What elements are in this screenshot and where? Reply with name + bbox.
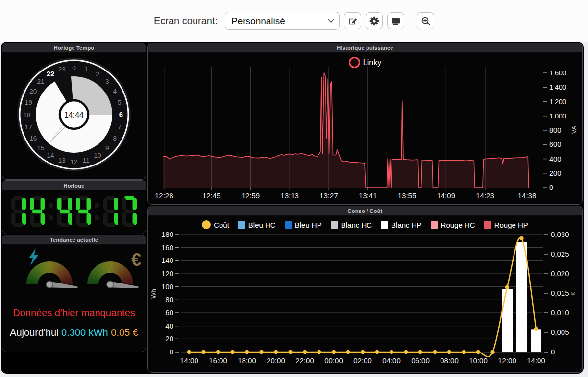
cost-point [259,350,263,354]
zoom-in-button[interactable] [417,12,434,29]
x-tick-label: 14:00 [180,356,198,365]
y-left-tick-label: 140 [161,256,173,264]
panel-horloge-tempo-title: Horloge Tempo [2,43,146,53]
cost-point [230,350,234,354]
panel-tendance-title: Tendance actuelle [2,235,146,245]
cost-point [519,236,523,240]
y-tick-label: 800 [549,126,561,134]
conso-bar [531,329,541,352]
svg-text:18: 18 [23,111,30,118]
display-button[interactable] [387,12,404,29]
cost-point [418,350,422,354]
y-tick-label: 1 400 [549,83,566,91]
cost-point [490,350,494,354]
y-tick-label: 1 200 [549,98,566,106]
x-tick-label: 12:00 [498,356,516,365]
chevron-down-icon [328,19,334,23]
y-axis-title: VA [570,125,578,134]
y-left-tick-label: 160 [161,243,173,252]
today-label: Aujourd'hui [10,327,58,338]
y-left-tick-label: 20 [165,334,173,343]
today-energy-value: 0.300 kWh [61,327,108,338]
today-cost-value: 0.05 € [111,327,138,338]
x-tick-label: 00:00 [324,356,343,365]
x-tick-label: 14:23 [476,191,494,200]
x-tick-label: 13:55 [398,191,416,200]
svg-text:17: 17 [25,123,32,131]
conso-chart: 02040608010012014016018000,0050,0100,015… [148,215,582,373]
svg-text:12: 12 [70,158,77,165]
x-tick-label: 16:00 [209,356,227,365]
digital-clock [2,190,146,234]
y-tick-label: 200 [549,169,561,177]
x-tick-label: 14:09 [437,191,455,200]
panel-horloge: Horloge [2,180,146,234]
cost-point [201,350,205,354]
x-tick-label: 08:00 [440,356,459,365]
cost-point [534,327,538,331]
conso-bar [502,289,513,352]
x-tick-label: 12:59 [242,191,260,200]
panel-conso-title: Conso / Coût [148,206,582,216]
x-tick-label: 04:00 [382,356,401,365]
panel-power-title: Historique puissance [148,43,582,53]
cost-point [447,350,451,354]
svg-text:13: 13 [58,157,66,164]
magnifier-plus-icon [421,16,431,26]
y-tick-label: 600 [549,141,561,148]
y-right-tick-label: 0,020 [551,269,569,278]
monitor-icon [391,16,401,26]
power-chart: 12:2812:4512:5913:1313:2713:4113:5514:09… [148,52,582,205]
svg-text:22: 22 [47,70,55,78]
tempo-time-label: 14:44 [64,111,84,119]
y-right-tick-label: 0,010 [551,308,569,317]
trend-gauges: € [2,244,146,313]
svg-text:2: 2 [96,71,99,78]
y-left-tick-label: 120 [161,269,173,278]
x-tick-label: 13:27 [319,191,338,200]
cost-point [390,350,393,354]
x-tick-label: 02:00 [353,356,372,365]
settings-button[interactable] [366,12,383,29]
cost-point [274,350,278,354]
cost-point [245,350,249,354]
x-tick-label: 18:00 [238,356,256,365]
today-summary: Aujourd'hui 0.300 kWh 0.05 € [2,327,146,338]
panel-conso-cout: Conso / Coût CoûtBleu HCBleu HPBlanc HCB… [147,206,583,373]
x-tick-label: 06:00 [411,356,430,365]
y-left-tick-label: 0 [170,348,173,356]
panel-historique-puissance: Historique puissance Linky 12:2812:4512:… [147,43,583,205]
y-right-tick-label: 0,015 [551,289,569,297]
y-left-tick-label: 100 [161,283,173,291]
toolbar: Ecran courant: Personnalisé [0,0,588,42]
cost-point [361,350,365,354]
y-right-axis-title: € [570,292,577,295]
svg-text:9: 9 [105,144,109,152]
cost-point [462,350,466,354]
svg-text:4: 4 [113,88,117,95]
lightning-bolt-icon [29,248,39,266]
x-tick-label: 14:38 [518,191,537,200]
svg-text:8: 8 [113,135,117,142]
gear-icon [369,16,379,26]
cost-point [505,285,509,289]
missing-data-warning: Données d'hier manquantes [2,307,146,319]
y-right-tick-label: 0,030 [551,230,569,238]
svg-text:15: 15 [37,144,45,152]
x-tick-label: 22:00 [295,356,314,365]
screen-select-label: Ecran courant: [154,15,218,26]
cost-point [317,350,321,354]
svg-text:21: 21 [37,78,45,85]
svg-text:1: 1 [84,66,88,73]
x-tick-label: 10:00 [469,356,488,365]
svg-text:23: 23 [58,66,66,73]
y-right-tick-label: 0,025 [551,250,569,258]
edit-screen-button[interactable] [344,12,361,29]
y-left-tick-label: 60 [165,308,173,317]
screen-select[interactable]: Personnalisé [225,12,340,30]
svg-text:0: 0 [72,64,76,71]
svg-text:14: 14 [47,152,54,159]
dashboard: Horloge Tempo 01234567891011121314151617… [1,42,584,374]
y-tick-label: 1 600 [549,69,566,77]
svg-text:20: 20 [29,88,37,95]
